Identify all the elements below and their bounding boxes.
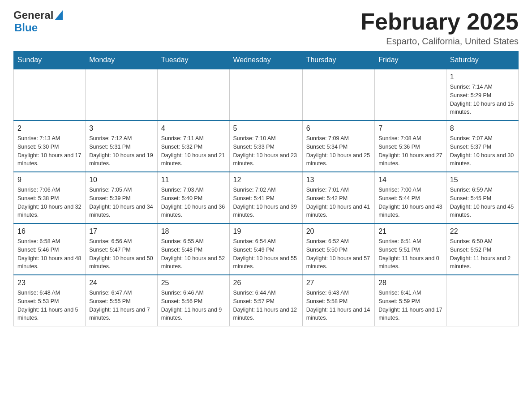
day-info-line: Daylight: 10 hours and 43 minutes. (378, 204, 442, 218)
day-info-line: Sunrise: 6:47 AM (89, 290, 132, 296)
day-info-line: Daylight: 11 hours and 12 minutes. (233, 307, 297, 321)
day-info: Sunrise: 7:06 AMSunset: 5:38 PMDaylight:… (17, 186, 82, 219)
day-number: 23 (17, 279, 82, 287)
day-number: 5 (233, 124, 299, 133)
month-title: February 2025 (360, 9, 519, 34)
day-info-line: Sunset: 5:34 PM (306, 144, 348, 150)
day-info-line: Sunset: 5:36 PM (378, 144, 420, 150)
weekday-header-thursday: Thursday (302, 51, 374, 69)
day-number: 10 (89, 176, 153, 184)
day-info-line: Sunrise: 7:12 AM (89, 135, 132, 141)
day-info: Sunrise: 6:54 AMSunset: 5:49 PMDaylight:… (233, 237, 299, 271)
calendar-week-row: 23Sunrise: 6:48 AMSunset: 5:53 PMDayligh… (14, 275, 519, 326)
day-info-line: Sunset: 5:42 PM (306, 195, 348, 201)
page-header: General Blue February 2025 Esparto, Cali… (13, 9, 519, 47)
day-info-line: Sunrise: 6:46 AM (161, 290, 204, 296)
day-info-line: Sunrise: 6:58 AM (17, 238, 60, 244)
day-info-line: Sunset: 5:46 PM (17, 247, 59, 253)
weekday-header-friday: Friday (375, 51, 446, 69)
day-info-line: Sunrise: 6:41 AM (378, 290, 421, 296)
weekday-header-wednesday: Wednesday (229, 51, 302, 69)
day-info: Sunrise: 7:08 AMSunset: 5:36 PMDaylight:… (378, 134, 442, 168)
day-info-line: Sunset: 5:53 PM (17, 298, 59, 304)
day-number: 20 (306, 227, 371, 235)
calendar-cell: 17Sunrise: 6:56 AMSunset: 5:47 PMDayligh… (86, 223, 157, 275)
day-info-line: Sunrise: 6:56 AM (89, 238, 132, 244)
title-section: February 2025 Esparto, California, Unite… (360, 9, 519, 47)
day-info-line: Sunset: 5:41 PM (233, 195, 275, 201)
day-info-line: Sunrise: 7:08 AM (378, 135, 421, 141)
calendar-cell (446, 275, 518, 326)
calendar-cell: 2Sunrise: 7:13 AMSunset: 5:30 PMDaylight… (14, 120, 86, 172)
day-info: Sunrise: 6:59 AMSunset: 5:45 PMDaylight:… (450, 186, 515, 219)
day-info-line: Sunset: 5:50 PM (306, 247, 348, 253)
day-info-line: Sunset: 5:48 PM (161, 247, 202, 253)
day-info: Sunrise: 6:52 AMSunset: 5:50 PMDaylight:… (306, 237, 371, 271)
day-info-line: Sunrise: 7:14 AM (450, 84, 493, 90)
svg-marker-0 (55, 10, 63, 20)
day-info-line: Daylight: 10 hours and 17 minutes. (17, 152, 81, 167)
day-info-line: Sunset: 5:31 PM (89, 144, 130, 150)
day-info-line: Daylight: 11 hours and 2 minutes. (450, 255, 511, 270)
calendar-cell (14, 69, 86, 120)
calendar-cell: 11Sunrise: 7:03 AMSunset: 5:40 PMDayligh… (157, 172, 229, 223)
day-info: Sunrise: 7:10 AMSunset: 5:33 PMDaylight:… (233, 134, 299, 168)
day-info-line: Sunset: 5:55 PM (89, 298, 130, 304)
day-info-line: Sunrise: 7:09 AM (306, 135, 349, 141)
day-info: Sunrise: 6:46 AMSunset: 5:56 PMDaylight:… (161, 289, 226, 322)
day-info-line: Sunrise: 6:48 AM (17, 290, 60, 296)
day-info: Sunrise: 7:02 AMSunset: 5:41 PMDaylight:… (233, 186, 299, 219)
day-info: Sunrise: 6:56 AMSunset: 5:47 PMDaylight:… (89, 237, 153, 271)
calendar-cell: 5Sunrise: 7:10 AMSunset: 5:33 PMDaylight… (229, 120, 302, 172)
day-info: Sunrise: 7:03 AMSunset: 5:40 PMDaylight:… (161, 186, 226, 219)
day-info: Sunrise: 7:14 AMSunset: 5:29 PMDaylight:… (450, 83, 515, 116)
day-number: 16 (17, 227, 82, 235)
day-number: 27 (306, 279, 371, 287)
day-number: 2 (17, 124, 82, 133)
calendar-cell: 20Sunrise: 6:52 AMSunset: 5:50 PMDayligh… (302, 223, 374, 275)
calendar-cell: 21Sunrise: 6:51 AMSunset: 5:51 PMDayligh… (375, 223, 446, 275)
day-number: 19 (233, 227, 299, 235)
day-info-line: Sunrise: 7:07 AM (450, 135, 493, 141)
day-info-line: Sunset: 5:49 PM (233, 247, 275, 253)
day-info-line: Daylight: 10 hours and 27 minutes. (378, 152, 442, 167)
day-info-line: Daylight: 10 hours and 15 minutes. (450, 101, 514, 116)
day-info-line: Sunset: 5:30 PM (17, 144, 59, 150)
day-info-line: Sunrise: 6:59 AM (450, 187, 493, 193)
calendar-cell: 23Sunrise: 6:48 AMSunset: 5:53 PMDayligh… (14, 275, 86, 326)
weekday-header-tuesday: Tuesday (157, 51, 229, 69)
calendar-cell: 28Sunrise: 6:41 AMSunset: 5:59 PMDayligh… (375, 275, 446, 326)
location-subtitle: Esparto, California, United States (360, 36, 519, 47)
calendar-cell: 1Sunrise: 7:14 AMSunset: 5:29 PMDaylight… (446, 69, 518, 120)
calendar-cell (157, 69, 229, 120)
calendar-cell: 3Sunrise: 7:12 AMSunset: 5:31 PMDaylight… (86, 120, 157, 172)
day-info-line: Daylight: 10 hours and 48 minutes. (17, 255, 81, 270)
day-info: Sunrise: 7:11 AMSunset: 5:32 PMDaylight:… (161, 134, 226, 168)
calendar-cell: 26Sunrise: 6:44 AMSunset: 5:57 PMDayligh… (229, 275, 302, 326)
day-info: Sunrise: 7:05 AMSunset: 5:39 PMDaylight:… (89, 186, 153, 219)
calendar-cell: 9Sunrise: 7:06 AMSunset: 5:38 PMDaylight… (14, 172, 86, 223)
day-info: Sunrise: 7:00 AMSunset: 5:44 PMDaylight:… (378, 186, 442, 219)
day-info-line: Sunrise: 6:54 AM (233, 238, 276, 244)
day-info-line: Sunrise: 7:11 AM (161, 135, 204, 141)
day-number: 1 (450, 73, 515, 81)
day-info-line: Sunrise: 7:06 AM (17, 187, 60, 193)
calendar-cell (229, 69, 302, 120)
day-info-line: Sunset: 5:33 PM (233, 144, 275, 150)
day-info-line: Daylight: 10 hours and 50 minutes. (89, 255, 153, 270)
calendar-cell (302, 69, 374, 120)
calendar-week-row: 9Sunrise: 7:06 AMSunset: 5:38 PMDaylight… (14, 172, 519, 223)
day-info-line: Sunrise: 6:52 AM (306, 238, 349, 244)
day-info: Sunrise: 6:41 AMSunset: 5:59 PMDaylight:… (378, 289, 442, 322)
day-info-line: Sunrise: 7:00 AM (378, 187, 421, 193)
day-info-line: Daylight: 11 hours and 9 minutes. (161, 307, 222, 321)
day-info: Sunrise: 6:55 AMSunset: 5:48 PMDaylight:… (161, 237, 226, 271)
calendar-cell: 6Sunrise: 7:09 AMSunset: 5:34 PMDaylight… (302, 120, 374, 172)
day-number: 18 (161, 227, 226, 235)
calendar-cell: 4Sunrise: 7:11 AMSunset: 5:32 PMDaylight… (157, 120, 229, 172)
day-info-line: Sunset: 5:58 PM (306, 298, 348, 304)
calendar-header: SundayMondayTuesdayWednesdayThursdayFrid… (14, 51, 519, 69)
day-number: 13 (306, 176, 371, 184)
logo: General Blue (13, 9, 63, 34)
day-info: Sunrise: 6:48 AMSunset: 5:53 PMDaylight:… (17, 289, 82, 322)
